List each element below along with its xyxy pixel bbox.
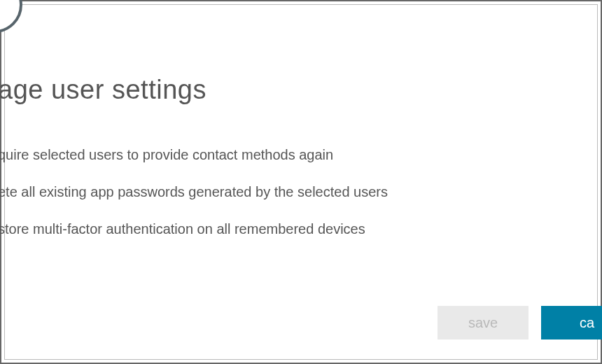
dialog-button-row: save ca: [438, 306, 602, 340]
option-row-delete-app-passwords[interactable]: ete all existing app passwords generated…: [0, 184, 597, 200]
option-label: quire selected users to provide contact …: [0, 147, 333, 162]
save-button[interactable]: save: [438, 306, 528, 340]
option-label: ete all existing app passwords generated…: [0, 184, 388, 200]
cancel-button[interactable]: ca: [541, 306, 602, 340]
dialog-content: age user settings quire selected users t…: [5, 75, 597, 258]
dialog-title: age user settings: [0, 75, 597, 105]
option-row-require-contact[interactable]: quire selected users to provide contact …: [0, 147, 597, 163]
step-badge-icon: [0, 0, 22, 33]
dialog-inner-frame: age user settings quire selected users t…: [4, 4, 598, 360]
option-label: store multi-factor authentication on all…: [0, 221, 365, 237]
option-row-restore-mfa[interactable]: store multi-factor authentication on all…: [0, 221, 597, 237]
